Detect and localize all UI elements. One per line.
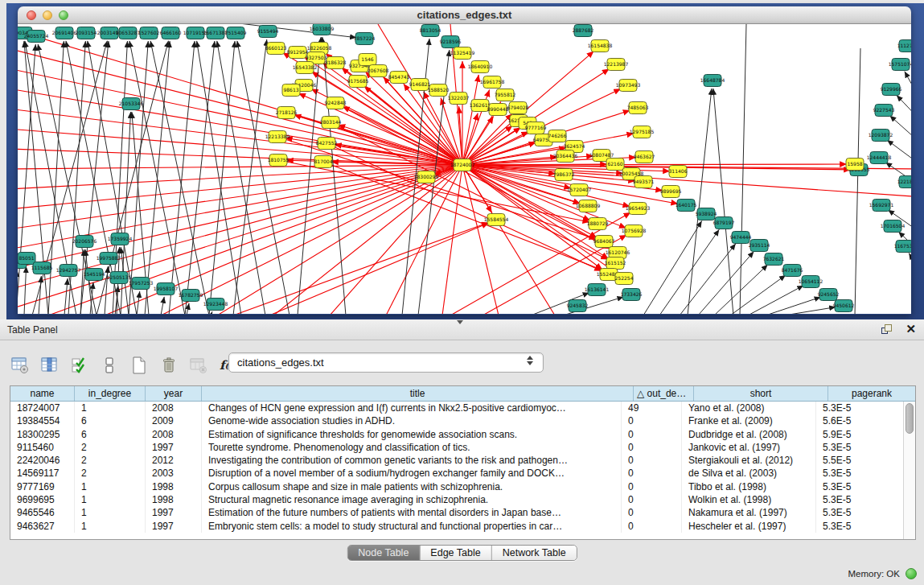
graph-node[interactable]: 1588520 <box>428 84 450 97</box>
graph-node[interactable]: 17016504 <box>881 220 906 233</box>
graph-node[interactable]: 16648784 <box>700 75 725 87</box>
graph-node[interactable]: 6794028 <box>507 102 529 114</box>
graph-node[interactable]: 9684067 <box>593 236 615 248</box>
table-panel-titlebar[interactable]: Table Panel ✕ <box>0 319 924 340</box>
graph-node[interactable]: 20691406 <box>52 27 77 39</box>
graph-node[interactable]: 1640175 <box>676 200 697 212</box>
graph-node[interactable]: 2718126 <box>276 107 298 119</box>
graph-node[interactable]: 1880729 <box>587 218 609 230</box>
graph-node[interactable]: 16782759 <box>179 290 203 302</box>
graph-node[interactable]: 9175685 <box>347 76 369 88</box>
graph-node[interactable]: 10653287 <box>116 27 141 39</box>
select-all-icon[interactable] <box>68 353 92 377</box>
column-header-in_degree[interactable]: in_degree <box>75 386 146 401</box>
graph-node[interactable]: 18300295 <box>414 171 439 183</box>
graph-node[interactable]: 9245832 <box>567 300 589 312</box>
graph-node[interactable]: 2067608 <box>368 65 389 77</box>
graph-node[interactable]: 7632621 <box>763 253 785 266</box>
graph-node[interactable]: 19975887 <box>97 253 121 265</box>
graph-node[interactable]: 311406 <box>669 166 688 178</box>
graph-node[interactable]: 7955812 <box>495 89 516 101</box>
table-row[interactable]: 911546021997Tourette syndrome. Phenomeno… <box>10 441 903 454</box>
graph-node[interactable]: 15958 <box>846 159 864 171</box>
graph-node[interactable]: 98613 <box>282 84 300 97</box>
graph-node[interactable]: 9218596 <box>440 36 462 48</box>
table-row[interactable]: 2242004622012Investigating the contribut… <box>10 454 903 467</box>
network-view[interactable]: 1872400719034902405572420691406209315420… <box>18 24 911 314</box>
column-header-name[interactable]: name <box>10 386 75 401</box>
graph-node[interactable]: 8990448 <box>487 104 509 116</box>
graph-node[interactable]: 6466160 <box>160 27 182 39</box>
delete-column-icon[interactable] <box>157 353 181 377</box>
tab-network-table[interactable]: Network Table <box>492 546 577 560</box>
graph-node[interactable]: 16033809 <box>310 24 335 35</box>
new-column-icon[interactable] <box>127 353 151 377</box>
graph-node[interactable]: 817004 <box>314 156 333 168</box>
graph-node[interactable]: 9242848 <box>325 97 347 109</box>
graph-node[interactable]: 62160 <box>606 159 624 171</box>
graph-node[interactable]: 7986372 <box>553 169 575 181</box>
graph-node[interactable]: 9227543 <box>873 105 895 117</box>
table-row[interactable]: 977716911998Corpus callosum shape and si… <box>10 480 903 493</box>
column-header-year[interactable]: year <box>146 386 202 401</box>
table-row[interactable]: 1938455462009Genome-wide association stu… <box>10 414 903 427</box>
graph-node[interactable]: 9155494 <box>257 26 279 38</box>
table-row[interactable]: 1830029562008Estimation of significance … <box>10 428 903 441</box>
graph-node[interactable]: 1115685 <box>31 262 53 274</box>
column-header-title[interactable]: title <box>202 386 634 401</box>
graph-node[interactable]: 6879197 <box>713 217 735 229</box>
table-options-icon[interactable] <box>8 353 32 377</box>
graph-node[interactable]: 7857224 <box>354 33 376 45</box>
graph-node[interactable]: 1545194 <box>84 269 105 281</box>
graph-node[interactable]: 2093154 <box>76 27 97 39</box>
graph-node[interactable]: 1167534 <box>894 241 911 253</box>
graph-node[interactable]: 15584554 <box>484 214 509 226</box>
graph-node[interactable]: 8471676 <box>782 265 803 277</box>
row-height-icon[interactable] <box>97 353 121 377</box>
graph-node[interactable]: 1527602 <box>138 27 160 39</box>
vertical-scrollbar[interactable] <box>903 402 915 539</box>
graph-node[interactable]: 12444418 <box>867 152 892 164</box>
graph-node[interactable]: 1810755 <box>268 154 290 167</box>
graph-node[interactable]: 2935114 <box>749 240 770 252</box>
graph-node[interactable]: 85051 <box>18 253 35 265</box>
graph-node[interactable]: 8454743 <box>388 72 410 84</box>
graph-node[interactable]: 7515409 <box>225 27 247 39</box>
graph-node[interactable]: 18724007 <box>450 159 475 171</box>
graph-node[interactable]: 10756928 <box>622 225 647 237</box>
graph-node[interactable]: 1615152 <box>605 257 626 270</box>
table-row[interactable]: 1456911722003Disruption of a novel membe… <box>10 467 903 480</box>
table-row[interactable]: 946554611997Estimation of the future num… <box>10 506 903 519</box>
splitter-grip-icon[interactable] <box>457 320 463 324</box>
close-panel-icon[interactable]: ✕ <box>906 322 916 336</box>
graph-node[interactable]: 9129966 <box>881 84 902 96</box>
graph-node[interactable]: 15751074 <box>889 59 911 71</box>
graph-node[interactable]: 16543382 <box>293 62 318 74</box>
graph-node[interactable]: 1112748 <box>897 40 911 52</box>
graph-node[interactable]: 2887682 <box>573 25 594 37</box>
graph-node[interactable]: 12213987 <box>604 59 629 71</box>
graph-node[interactable]: 10654112 <box>799 276 823 288</box>
scrollbar-thumb[interactable] <box>906 403 914 434</box>
graph-node[interactable]: 7485063 <box>627 102 649 114</box>
show-columns-icon[interactable] <box>38 353 62 377</box>
table-row[interactable]: 969969511998Structural magnetic resonanc… <box>10 493 903 506</box>
graph-node[interactable]: 21053346 <box>119 98 144 110</box>
graph-node[interactable]: 252254 <box>615 273 634 285</box>
graph-node[interactable]: 24055724 <box>24 31 49 43</box>
graph-node[interactable]: 18640910 <box>468 61 493 73</box>
graph-node[interactable]: 15720407 <box>567 184 592 196</box>
graph-node[interactable]: 1221897 <box>897 176 911 188</box>
graph-node[interactable]: 5938924 <box>696 208 717 220</box>
graph-node[interactable]: 19958107 <box>154 283 179 295</box>
graph-node[interactable]: 1546 <box>359 54 376 66</box>
table-row[interactable]: 1872400712008Changes of HCN gene express… <box>10 402 903 414</box>
graph-node[interactable]: 12923448 <box>203 299 228 311</box>
column-header-pagerank[interactable]: pagerank <box>828 386 915 401</box>
graph-node[interactable]: 2803144 <box>320 117 342 129</box>
graph-node[interactable]: 16154838 <box>588 40 613 52</box>
graph-node[interactable]: 9245652 <box>818 289 840 301</box>
graph-node[interactable]: 20206576 <box>72 236 97 248</box>
graph-node[interactable]: 12942757 <box>56 265 81 277</box>
graph-node[interactable]: 15692971 <box>869 200 894 212</box>
